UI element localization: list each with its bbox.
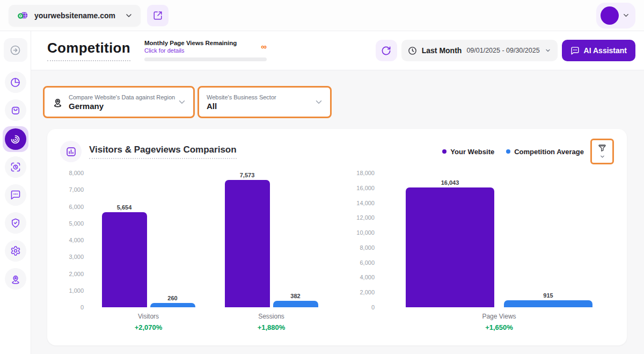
bar-competition-average (504, 300, 592, 307)
bar-value-label: 915 (543, 292, 553, 299)
axis-tick-label: 4,000 (69, 236, 84, 244)
axis-tick-label: 10,000 (356, 229, 375, 236)
period-label: Last Month (422, 46, 462, 55)
funnel-icon (597, 143, 607, 153)
axis-tick-label: 0 (80, 304, 84, 311)
sidebar-item-settings[interactable] (4, 239, 27, 263)
chart-group: 7,573382Sessions+1,880% (210, 173, 333, 331)
ai-assistant-label: AI Assistant (584, 46, 627, 55)
circle-arrow-right-icon (10, 45, 21, 56)
topbar: yourwebsitename.com (0, 0, 644, 31)
legend-dot (442, 149, 447, 154)
site-favicon-icon (16, 9, 29, 22)
y-axis: 01,0002,0003,0004,0005,0006,0007,0008,00… (60, 173, 87, 307)
region-filter-label: Compare Website's Data against Region (69, 94, 175, 100)
axis-tick-label: 5,000 (69, 220, 84, 227)
legend-item-competition-average[interactable]: Competition Average (506, 148, 584, 156)
axis-tick-label: 14,000 (356, 199, 375, 207)
category-label: Sessions (210, 313, 333, 320)
axis-tick-label: 2,000 (69, 270, 84, 278)
change-percentage: +1,650% (391, 323, 608, 331)
axis-tick-label: 1,000 (69, 287, 84, 294)
page-header: Competition Monthly Page Views Remaining… (31, 31, 644, 70)
shopping-bag-icon (5, 99, 26, 121)
comparison-filters: Compare Website's Data against Region Ge… (43, 86, 627, 118)
open-website-button[interactable] (147, 5, 169, 26)
chart-title: Visitors & Pageviews Comparison (89, 145, 237, 159)
chat-icon (570, 46, 580, 55)
axis-tick-label: 6,000 (360, 259, 375, 266)
category-label: Visitors (87, 313, 210, 320)
axis-tick-label: 3,000 (69, 253, 84, 261)
chat-icon (5, 184, 26, 206)
quota-progress-bar (144, 57, 267, 61)
sidebar-item-privacy[interactable] (4, 211, 27, 235)
chevron-down-icon (622, 11, 630, 19)
category-label: Page Views (391, 313, 608, 320)
axis-tick-label: 18,000 (356, 169, 375, 177)
axis-tick-label: 16,000 (356, 184, 375, 192)
bar-your-website (225, 180, 270, 307)
pie-chart-icon (5, 71, 26, 93)
chart-legend: Your Website Competition Average (442, 148, 584, 156)
axis-tick-label: 0 (371, 304, 375, 311)
bar-value-label: 16,043 (441, 179, 459, 186)
ai-assistant-button[interactable]: AI Assistant (562, 40, 635, 61)
chart-filter-button[interactable] (590, 139, 614, 164)
gear-icon (5, 240, 26, 262)
sidebar-item-ecommerce[interactable] (4, 98, 27, 122)
period-range: 09/01/2025 - 09/30/2025 (466, 47, 539, 54)
map-pin-icon (5, 268, 26, 290)
axis-tick-label: 8,000 (69, 169, 84, 177)
chevron-down-icon (314, 97, 324, 107)
sidebar (0, 31, 31, 354)
sector-filter-label: Website's Business Sector (207, 94, 276, 100)
sidebar-item-dashboard[interactable] (4, 70, 27, 94)
clock-icon (408, 46, 417, 55)
external-link-icon (153, 11, 163, 20)
sidebar-item-locations[interactable] (4, 267, 27, 291)
date-range-picker[interactable]: Last Month 09/01/2025 - 09/30/2025 (401, 40, 558, 61)
bar-value-label: 5,654 (117, 204, 132, 211)
sidebar-item-competition[interactable] (3, 126, 28, 152)
chart-group: 16,043915Page Views+1,650% (391, 173, 608, 331)
axis-tick-label: 7,000 (69, 186, 84, 193)
bar-your-website (406, 187, 494, 307)
pageviews-quota: Monthly Page Views Remaining Click for d… (144, 40, 267, 61)
account-menu[interactable] (596, 3, 635, 28)
bar-competition-average (273, 301, 318, 307)
chevron-down-icon (125, 11, 133, 20)
chevron-down-icon (599, 154, 605, 160)
bar-value-label: 382 (290, 293, 300, 300)
sector-filter-value: All (207, 102, 276, 111)
axis-tick-label: 12,000 (356, 214, 375, 221)
region-filter-dropdown[interactable]: Compare Website's Data against Region Ge… (43, 86, 195, 118)
sidebar-item-feedback[interactable] (4, 183, 27, 207)
comparison-chart-card: Visitors & Pageviews Comparison Your Web… (47, 129, 627, 345)
bar-value-label: 260 (167, 295, 177, 302)
bar-value-label: 7,573 (240, 172, 255, 179)
chevron-down-icon (177, 97, 187, 107)
legend-dot (506, 149, 510, 154)
quota-details-link[interactable]: Click for details (144, 47, 185, 54)
chart-group: 5,654260Visitors+2,070% (87, 173, 210, 331)
map-pin-icon (52, 97, 63, 108)
change-percentage: +1,880% (210, 323, 333, 331)
refresh-button[interactable] (376, 40, 397, 61)
clock-scan-icon (5, 156, 26, 178)
refresh-icon (381, 46, 391, 56)
chevron-down-icon (545, 47, 551, 54)
sidebar-item-expand[interactable] (4, 38, 27, 62)
sidebar-item-session-tracking[interactable] (4, 155, 27, 179)
bar-chart-icon (60, 141, 82, 162)
change-percentage: +2,070% (87, 323, 210, 331)
region-filter-value: Germany (69, 102, 175, 111)
domain-selector[interactable]: yourwebsitename.com (9, 5, 141, 26)
infinity-icon: ∞ (261, 42, 267, 50)
legend-item-your-website[interactable]: Your Website (442, 148, 494, 156)
sector-filter-dropdown[interactable]: Website's Business Sector All (197, 86, 332, 118)
avatar (601, 6, 619, 25)
shield-check-icon (5, 212, 26, 234)
radar-icon (5, 128, 26, 150)
chart-panel: 02,0004,0006,0008,00010,00012,00014,0001… (333, 173, 608, 331)
